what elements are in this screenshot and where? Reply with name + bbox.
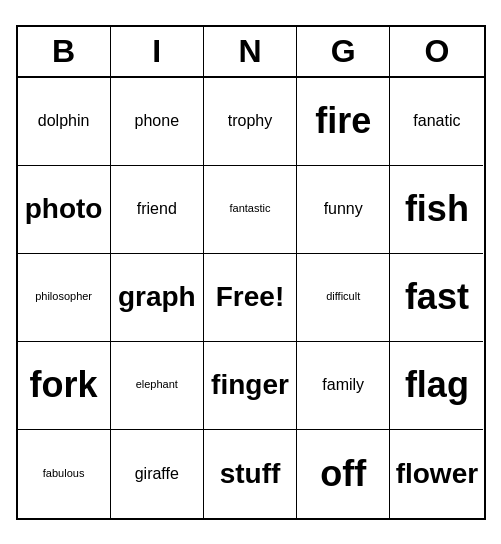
header-letter: B <box>18 27 111 76</box>
bingo-cell: fish <box>390 166 483 254</box>
bingo-cell: Free! <box>204 254 297 342</box>
bingo-cell: trophy <box>204 78 297 166</box>
header-letter: O <box>390 27 483 76</box>
cell-text: elephant <box>136 378 178 391</box>
header-letter: I <box>111 27 204 76</box>
bingo-cell: difficult <box>297 254 390 342</box>
bingo-grid: dolphinphonetrophyfirefanaticphotofriend… <box>18 78 484 518</box>
header-letter: G <box>297 27 390 76</box>
header-letter: N <box>204 27 297 76</box>
bingo-cell: fast <box>390 254 483 342</box>
cell-text: fire <box>315 99 371 142</box>
cell-text: phone <box>135 111 180 130</box>
cell-text: difficult <box>326 290 360 303</box>
bingo-cell: flower <box>390 430 483 518</box>
bingo-cell: flag <box>390 342 483 430</box>
cell-text: flower <box>396 457 478 491</box>
cell-text: stuff <box>220 457 281 491</box>
cell-text: flag <box>405 363 469 406</box>
bingo-cell: finger <box>204 342 297 430</box>
cell-text: photo <box>25 192 103 226</box>
bingo-cell: fanatic <box>390 78 483 166</box>
cell-text: fanatic <box>413 111 460 130</box>
cell-text: fish <box>405 187 469 230</box>
bingo-card: BINGO dolphinphonetrophyfirefanaticphoto… <box>16 25 486 520</box>
cell-text: off <box>320 452 366 495</box>
cell-text: fast <box>405 275 469 318</box>
cell-text: family <box>322 375 364 394</box>
cell-text: dolphin <box>38 111 90 130</box>
cell-text: trophy <box>228 111 272 130</box>
cell-text: graph <box>118 280 196 314</box>
cell-text: fork <box>30 363 98 406</box>
bingo-cell: photo <box>18 166 111 254</box>
bingo-cell: graph <box>111 254 204 342</box>
bingo-cell: dolphin <box>18 78 111 166</box>
cell-text: finger <box>211 368 289 402</box>
bingo-cell: off <box>297 430 390 518</box>
cell-text: friend <box>137 199 177 218</box>
bingo-cell: fire <box>297 78 390 166</box>
bingo-cell: funny <box>297 166 390 254</box>
bingo-cell: fantastic <box>204 166 297 254</box>
bingo-cell: giraffe <box>111 430 204 518</box>
bingo-cell: family <box>297 342 390 430</box>
bingo-cell: fork <box>18 342 111 430</box>
bingo-cell: philosopher <box>18 254 111 342</box>
bingo-cell: friend <box>111 166 204 254</box>
cell-text: fantastic <box>230 202 271 215</box>
cell-text: giraffe <box>135 464 179 483</box>
bingo-cell: fabulous <box>18 430 111 518</box>
bingo-cell: stuff <box>204 430 297 518</box>
bingo-header: BINGO <box>18 27 484 78</box>
cell-text: fabulous <box>43 467 85 480</box>
cell-text: Free! <box>216 280 284 314</box>
cell-text: funny <box>324 199 363 218</box>
bingo-cell: phone <box>111 78 204 166</box>
bingo-cell: elephant <box>111 342 204 430</box>
cell-text: philosopher <box>35 290 92 303</box>
